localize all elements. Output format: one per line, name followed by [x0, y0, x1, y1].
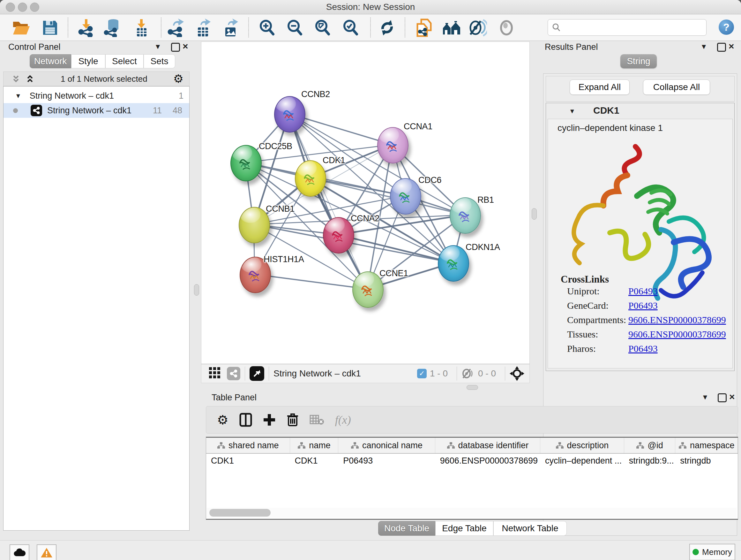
results-panel-menu-arrow-icon[interactable]: ▾ [702, 42, 706, 51]
node-CDC25B[interactable] [230, 145, 262, 181]
network-options-gear-icon[interactable]: ⚙ [173, 72, 184, 85]
warning-button[interactable] [37, 544, 57, 560]
table-panel-float-icon[interactable] [718, 393, 727, 402]
node-CCNB2[interactable] [274, 96, 306, 132]
save-session-icon[interactable] [40, 18, 60, 37]
tab-style[interactable]: Style [71, 54, 105, 68]
tab-sets[interactable]: Sets [144, 54, 175, 68]
zoom-out-icon[interactable] [285, 18, 305, 37]
delete-table-icon[interactable] [310, 414, 324, 426]
tab-network-table[interactable]: Network Table [493, 521, 567, 536]
cloud-button[interactable] [10, 544, 29, 560]
control-panel-close-icon[interactable]: × [183, 41, 188, 52]
table-cell[interactable]: P06493 [338, 454, 435, 468]
function-builder-icon[interactable]: f(x) [335, 413, 351, 427]
node-CCNA1[interactable] [377, 127, 408, 164]
right-splitter-handle[interactable] [532, 208, 537, 220]
crosslink-link[interactable]: P06493 [628, 300, 658, 311]
table-panel-close-icon[interactable]: × [729, 391, 735, 402]
tab-select[interactable]: Select [105, 54, 144, 68]
table-cell[interactable]: stringdb:9... [624, 454, 676, 468]
export-table-icon[interactable] [193, 18, 213, 37]
network-row[interactable]: String Network – cdk1 11 48 [3, 103, 189, 118]
open-in-window-icon[interactable] [250, 366, 264, 381]
tree-expander-icon[interactable]: ▼ [15, 92, 21, 100]
search-input[interactable] [548, 19, 706, 36]
column-header-canonical-name[interactable]: canonical name [338, 438, 435, 453]
control-panel-menu-arrow-icon[interactable]: ▾ [156, 42, 160, 51]
bottom-splitter-handle[interactable] [467, 385, 478, 390]
cdk1-collapse-icon[interactable]: ▼ [569, 108, 576, 115]
column-header-shared-name[interactable]: shared name [206, 438, 290, 453]
zoom-selected-icon[interactable] [341, 18, 360, 37]
hidden-eye-icon[interactable] [461, 368, 475, 379]
first-neighbors-icon[interactable] [442, 18, 461, 37]
birds-eye-grid-icon[interactable] [208, 367, 221, 381]
help-button[interactable]: ? [719, 19, 734, 35]
node-CCNB1[interactable] [239, 207, 270, 243]
table-horizontal-scrollbar[interactable] [207, 508, 737, 517]
node-CDKN1A[interactable] [438, 245, 469, 282]
memory-button[interactable]: Memory [689, 544, 735, 560]
zoom-fit-icon[interactable] [313, 18, 333, 37]
table-options-gear-icon[interactable]: ⚙ [217, 413, 228, 427]
table-panel-title: Table Panel [212, 393, 257, 402]
share-document-icon[interactable] [414, 18, 433, 37]
table-cell[interactable]: 9606.ENSP00000378699 [435, 454, 540, 468]
fit-selected-crosshair-icon[interactable] [510, 366, 524, 381]
crosslink-link[interactable]: P06493 [628, 343, 658, 354]
results-tab-string[interactable]: String [620, 54, 657, 68]
export-network-icon[interactable] [166, 18, 186, 37]
import-network-database-icon[interactable] [103, 18, 123, 37]
crosslink-link[interactable]: 9606.ENSP00000378699 [628, 314, 726, 325]
control-panel-float-icon[interactable] [171, 43, 180, 52]
edge-HIST1H1A-CCNE1[interactable] [255, 274, 367, 289]
tab-edge-table[interactable]: Edge Table [435, 521, 493, 536]
tab-node-table[interactable]: Node Table [378, 521, 435, 536]
table-cell[interactable]: cyclin–dependent ... [540, 454, 624, 468]
tab-network[interactable]: Network [30, 54, 71, 68]
network-collection-row[interactable]: ▼ String Network – cdk1 1 [3, 88, 189, 103]
expand-all-button[interactable]: Expand All [569, 79, 630, 95]
crosslink-link[interactable]: P06493 [628, 286, 658, 296]
column-header-database-identifier[interactable]: database identifier [435, 438, 540, 453]
hide-selected-eye-icon[interactable] [468, 18, 488, 37]
node-CCNA2[interactable] [323, 217, 354, 253]
selected-checkbox-icon[interactable]: ✓ [417, 369, 427, 378]
string-share-icon[interactable] [227, 367, 240, 380]
delete-column-icon[interactable] [286, 413, 299, 427]
collapse-all-button[interactable]: Collapse All [643, 79, 710, 95]
refresh-icon[interactable] [377, 18, 397, 37]
scrollbar-thumb[interactable] [209, 509, 271, 516]
show-columns-icon[interactable] [239, 413, 252, 427]
table-cell[interactable]: CDK1 [290, 454, 339, 468]
node-CDK1[interactable] [295, 160, 326, 197]
show-all-eye-icon[interactable] [496, 18, 516, 37]
collapse-all-icon[interactable] [11, 74, 21, 84]
column-header-namespace[interactable]: namespace [675, 438, 738, 453]
node-RB1[interactable] [450, 197, 481, 234]
main-toolbar: ? [0, 14, 741, 41]
results-panel-float-icon[interactable] [717, 43, 726, 52]
network-canvas[interactable]: CCNB2CCNA1CDC25BCDK1CDC6RB1CCNB1CCNA2CDK… [201, 42, 530, 364]
import-table-icon[interactable] [131, 18, 151, 37]
column-header-@id[interactable]: @id [624, 438, 676, 453]
results-panel-close-icon[interactable]: × [729, 41, 734, 52]
node-CCNE1[interactable] [352, 271, 384, 308]
add-column-icon[interactable] [263, 414, 276, 426]
import-network-file-icon[interactable] [77, 18, 96, 37]
warning-icon [40, 547, 53, 558]
crosslink-link[interactable]: 9606.ENSP00000378699 [628, 329, 726, 339]
node-structure-icon [300, 169, 320, 190]
export-image-icon[interactable] [221, 18, 241, 37]
table-panel-menu-arrow-icon[interactable]: ▾ [703, 392, 707, 402]
table-cell[interactable]: CDK1 [206, 454, 290, 468]
table-cell[interactable]: stringdb [675, 454, 738, 468]
left-splitter-handle[interactable] [194, 284, 199, 296]
zoom-in-icon[interactable] [257, 18, 277, 37]
column-header-name[interactable]: name [290, 438, 339, 453]
open-session-icon[interactable] [11, 18, 31, 37]
expand-all-icon[interactable] [25, 74, 35, 84]
node-CDC6[interactable] [390, 178, 421, 214]
column-header-description[interactable]: description [540, 438, 624, 453]
